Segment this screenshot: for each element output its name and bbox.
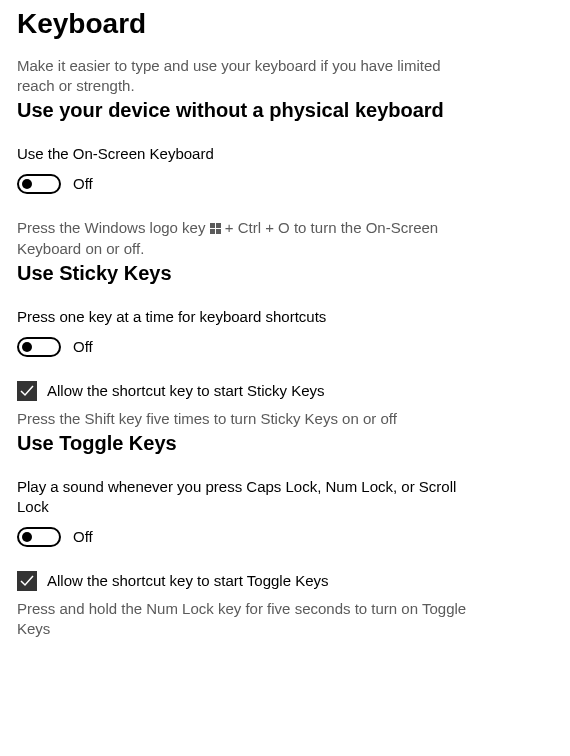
toggle-keys-shortcut-checkbox-label: Allow the shortcut key to start Toggle K… — [47, 571, 329, 591]
page-title: Keyboard — [17, 0, 553, 42]
sticky-keys-shortcut-checkbox[interactable] — [17, 381, 37, 401]
svg-rect-0 — [210, 223, 215, 228]
sticky-keys-toggle[interactable] — [17, 337, 61, 357]
sticky-keys-shortcut-hint: Press the Shift key five times to turn S… — [17, 409, 497, 429]
hint-pre-text: Press the Windows logo key — [17, 219, 210, 236]
toggle-keys-toggle[interactable] — [17, 527, 61, 547]
section-toggle-keys-heading: Use Toggle Keys — [17, 429, 553, 457]
onscreen-keyboard-toggle-state: Off — [73, 174, 93, 194]
toggle-knob-icon — [22, 342, 32, 352]
page-subtitle: Make it easier to type and use your keyb… — [17, 56, 457, 96]
section-sticky-keys-heading: Use Sticky Keys — [17, 259, 553, 287]
section-no-physical-keyboard-heading: Use your device without a physical keybo… — [17, 96, 553, 124]
toggle-knob-icon — [22, 532, 32, 542]
onscreen-keyboard-toggle[interactable] — [17, 174, 61, 194]
svg-rect-2 — [210, 229, 215, 234]
checkmark-icon — [17, 381, 37, 401]
sticky-keys-shortcut-checkbox-label: Allow the shortcut key to start Sticky K… — [47, 381, 325, 401]
windows-logo-icon — [210, 219, 221, 239]
onscreen-keyboard-shortcut-hint: Press the Windows logo key + Ctrl + O to… — [17, 218, 497, 259]
sticky-keys-label: Press one key at a time for keyboard sho… — [17, 307, 553, 327]
onscreen-keyboard-label: Use the On-Screen Keyboard — [17, 144, 553, 164]
toggle-knob-icon — [22, 179, 32, 189]
toggle-keys-shortcut-hint: Press and hold the Num Lock key for five… — [17, 599, 487, 639]
checkmark-icon — [17, 571, 37, 591]
sticky-keys-toggle-state: Off — [73, 337, 93, 357]
toggle-keys-shortcut-checkbox[interactable] — [17, 571, 37, 591]
toggle-keys-toggle-state: Off — [73, 527, 93, 547]
toggle-keys-label: Play a sound whenever you press Caps Loc… — [17, 477, 457, 517]
